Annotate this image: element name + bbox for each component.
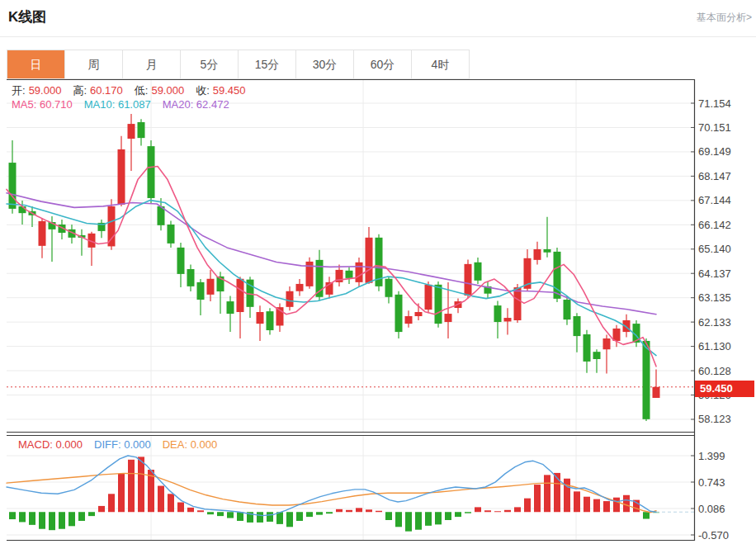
- axis-tick-label: 68.147: [698, 170, 731, 182]
- tab-4时[interactable]: 4时: [412, 50, 469, 78]
- kline-chart[interactable]: 71.15470.15169.14968.14767.14466.14265.1…: [0, 79, 756, 544]
- macd-legend: MACD: 0.000DIFF: 0.000DEA: 0.000: [18, 438, 229, 451]
- header-divider: [0, 36, 756, 37]
- ma-legend-item: MA10: 61.087: [84, 98, 151, 111]
- ohlc-value: 59.000: [29, 84, 62, 97]
- ohlc-label: 高:: [73, 84, 87, 97]
- axis-tick-label: 0.743: [698, 476, 725, 489]
- ohlc-value: 60.170: [90, 84, 123, 97]
- axis-tick-label: 63.135: [698, 291, 731, 304]
- tab-15分[interactable]: 15分: [239, 50, 296, 78]
- tab-30分[interactable]: 30分: [296, 50, 354, 78]
- axis-tick-label: -0.570: [698, 529, 729, 542]
- axis-tick-label: 71.154: [698, 97, 731, 110]
- axis-tick-label: 62.133: [698, 316, 731, 329]
- axis-tick-label: 70.151: [698, 121, 731, 134]
- axis-tick-label: 58.123: [698, 413, 731, 425]
- axis-tick-label: 61.130: [698, 340, 731, 352]
- axis-tick-label: 65.140: [698, 243, 731, 255]
- current-price-badge: 59.450: [695, 381, 754, 397]
- axis-tick-label: 66.142: [698, 219, 731, 231]
- ohlc-value: 59.000: [151, 84, 184, 97]
- tab-月[interactable]: 月: [123, 50, 181, 78]
- tab-周[interactable]: 周: [65, 50, 123, 78]
- macd-legend-item: MACD: 0.000: [18, 438, 83, 451]
- timeframe-tab-bar: 日周月5分15分30分60分4时: [7, 50, 470, 79]
- macd-legend-item: DIFF: 0.000: [94, 438, 151, 451]
- axis-tick-label: 67.144: [698, 194, 731, 206]
- tab-日[interactable]: 日: [7, 50, 65, 78]
- ma-legend-item: MA20: 62.472: [163, 98, 229, 111]
- fundamental-analysis-link[interactable]: 基本面分析>: [697, 11, 752, 25]
- tab-60分[interactable]: 60分: [354, 50, 412, 78]
- ohlc-value: 59.450: [213, 84, 246, 97]
- ohlc-label: 开:: [12, 84, 26, 97]
- axis-tick-label: 60.128: [698, 365, 731, 377]
- ohlc-legend: 开:59.000高:60.170低:59.000收:59.450: [12, 83, 258, 98]
- axis-tick-label: 0.086: [698, 503, 725, 515]
- axis-tick-label: 64.137: [698, 267, 731, 280]
- kline-page: K线图 基本面分析> 日周月5分15分30分60分4时 71.15470.151…: [0, 0, 756, 544]
- axis-tick-label: 69.149: [698, 145, 731, 158]
- axis-tick-label: 1.399: [698, 450, 725, 462]
- macd-legend-item: DEA: 0.000: [163, 438, 218, 451]
- ma-legend-item: MA5: 60.710: [12, 98, 73, 111]
- ohlc-label: 收:: [196, 84, 210, 97]
- page-title: K线图: [8, 7, 46, 26]
- tab-5分[interactable]: 5分: [181, 50, 239, 78]
- ohlc-label: 低:: [135, 84, 149, 97]
- ma-legend: MA5: 60.710MA10: 61.087MA20: 62.472: [12, 98, 241, 111]
